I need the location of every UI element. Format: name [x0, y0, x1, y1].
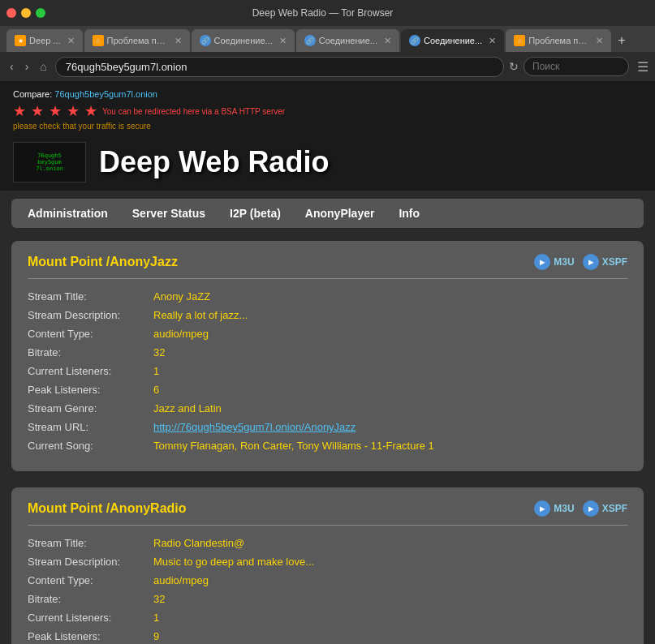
tab-1-close[interactable]: ✕ — [67, 36, 75, 46]
field-current-song-1: Current Song: Tommy Flanagan, Ron Carter… — [28, 440, 627, 452]
field-peak-listeners-1: Peak Listeners: 6 — [28, 384, 627, 396]
mount-links-1: ▶ M3U ▶ XSPF — [534, 254, 627, 270]
xspf-label-1: XSPF — [602, 256, 627, 268]
value-stream-genre-1: Jazz and Latin — [153, 402, 222, 414]
value-peak-listeners-2: 9 — [153, 630, 159, 642]
value-current-listeners-1: 1 — [153, 365, 159, 377]
label-stream-desc-1: Stream Description: — [28, 309, 153, 321]
star-1: ★ — [13, 102, 26, 120]
site-header: Compare: 76qugh5bey5gum7l.onion ★ ★ ★ ★ … — [0, 81, 655, 139]
window-controls — [6, 8, 45, 18]
label-stream-title-1: Stream Title: — [28, 290, 153, 303]
mount-header-2: Mount Point /AnonyRadio ▶ M3U ▶ XSPF — [28, 500, 627, 526]
tab-4-title: Соединение... — [319, 36, 377, 45]
field-stream-title-1: Stream Title: Anony JaZZ — [28, 290, 627, 303]
field-stream-url-1: Stream URL: http://76qugh5bey5gum7l.onio… — [28, 421, 627, 433]
tab-4-close[interactable]: ✕ — [384, 36, 391, 46]
xspf-play-icon-2: ▶ — [583, 500, 599, 517]
tab-3-close[interactable]: ✕ — [279, 36, 287, 46]
value-content-type-1: audio/mpeg — [153, 328, 209, 340]
label-peak-listeners-2: Peak Listeners: — [28, 630, 153, 642]
tab-2[interactable]: ⚠ Проблема пр... ✕ — [84, 29, 190, 52]
menu-button[interactable]: ☰ — [637, 59, 649, 75]
nav-i2p[interactable]: I2P (beta) — [230, 207, 281, 220]
tab-1-favicon: ★ — [15, 35, 26, 46]
nav-bar: Administration Server Status I2P (beta) … — [11, 199, 644, 228]
tab-1-title: Deep ... — [29, 36, 61, 45]
m3u-label-1: M3U — [554, 256, 574, 268]
url-input[interactable] — [55, 57, 504, 77]
address-bar: ‹ › ⌂ ↻ ☰ — [0, 52, 655, 81]
field-current-listeners-2: Current Listeners: 1 — [28, 612, 627, 624]
value-bitrate-1: 32 — [153, 346, 165, 358]
tab-2-close[interactable]: ✕ — [175, 36, 182, 46]
xspf-link-1[interactable]: ▶ XSPF — [583, 254, 627, 270]
tab-4[interactable]: 🔗 Соединение... ✕ — [296, 29, 399, 52]
xspf-link-2[interactable]: ▶ XSPF — [583, 500, 627, 517]
site-logo: 76qugh5bey5gum7l.onion — [13, 142, 86, 182]
stars-warning: ★ ★ ★ ★ ★ You can be redirected here via… — [13, 102, 642, 120]
mount-header-1: Mount Point /AnonyJazz ▶ M3U ▶ XSPF — [28, 254, 627, 279]
tabs-bar: ★ Deep ... ✕ ⚠ Проблема пр... ✕ 🔗 Соедин… — [0, 26, 655, 52]
tab-2-favicon: ⚠ — [93, 35, 104, 46]
content-area: Mount Point /AnonyJazz ▶ M3U ▶ XSPF Stre… — [0, 236, 655, 644]
nav-administration[interactable]: Administration — [28, 207, 108, 220]
page-content: Compare: 76qugh5bey5gum7l.onion ★ ★ ★ ★ … — [0, 81, 655, 644]
field-bitrate-2: Bitrate: 32 — [28, 593, 627, 605]
new-tab-button[interactable]: + — [613, 33, 630, 48]
value-stream-url-1[interactable]: http://76qugh5bey5gum7l.onion/AnonyJazz — [153, 421, 356, 433]
forward-button[interactable]: › — [22, 58, 32, 75]
star-2: ★ — [31, 102, 44, 120]
m3u-play-icon-2: ▶ — [534, 500, 550, 517]
field-bitrate-1: Bitrate: 32 — [28, 346, 627, 358]
value-bitrate-2: 32 — [153, 593, 165, 605]
field-stream-title-2: Stream Title: Radio Clandestin@ — [28, 537, 627, 549]
maximize-button[interactable] — [36, 8, 45, 18]
label-current-listeners-2: Current Listeners: — [28, 612, 153, 624]
tab-3-title: Соединение... — [214, 36, 273, 45]
tab-5-favicon: 🔗 — [409, 35, 420, 46]
site-title: Deep Web Radio — [99, 145, 329, 179]
label-stream-title-2: Stream Title: — [28, 537, 153, 549]
back-button[interactable]: ‹ — [6, 58, 17, 75]
tab-6-favicon: ⚠ — [514, 35, 525, 46]
value-stream-title-1: Anony JaZZ — [153, 290, 210, 303]
tab-5[interactable]: 🔗 Соединение... ✕ — [401, 29, 504, 52]
value-peak-listeners-1: 6 — [153, 384, 159, 396]
search-input[interactable] — [524, 57, 629, 76]
label-content-type-2: Content Type: — [28, 574, 153, 586]
close-button[interactable] — [6, 8, 16, 18]
home-button[interactable]: ⌂ — [37, 58, 50, 75]
compare-url[interactable]: 76qugh5bey5gum7l.onion — [54, 89, 157, 99]
tab-1[interactable]: ★ Deep ... ✕ — [6, 29, 83, 52]
tab-6[interactable]: ⚠ Проблема пр... ✕ — [506, 29, 611, 52]
xspf-label-2: XSPF — [602, 503, 627, 514]
field-stream-desc-1: Stream Description: Really a lot of jazz… — [28, 309, 627, 321]
tab-5-close[interactable]: ✕ — [489, 36, 496, 46]
tab-2-title: Проблема пр... — [107, 36, 168, 45]
logo-inner: 76qugh5bey5gum7l.onion — [34, 151, 65, 174]
label-stream-url-1: Stream URL: — [28, 421, 153, 433]
tab-6-close[interactable]: ✕ — [596, 36, 603, 46]
field-content-type-1: Content Type: audio/mpeg — [28, 328, 627, 340]
value-stream-desc-2: Music to go deep and make love... — [153, 556, 314, 568]
m3u-link-1[interactable]: ▶ M3U — [534, 254, 574, 270]
m3u-label-2: M3U — [554, 503, 574, 514]
field-content-type-2: Content Type: audio/mpeg — [28, 574, 627, 586]
reload-button[interactable]: ↻ — [509, 60, 519, 73]
nav-anonyplayer[interactable]: AnonyPlayer — [305, 207, 375, 220]
minimize-button[interactable] — [21, 8, 31, 18]
tab-3-favicon: 🔗 — [200, 35, 211, 46]
mount-card-2: Mount Point /AnonyRadio ▶ M3U ▶ XSPF Str… — [11, 487, 644, 644]
window-controls-area — [6, 8, 45, 18]
nav-info[interactable]: Info — [399, 207, 420, 220]
warning-text: You can be redirected here via a BSA HTT… — [102, 107, 285, 116]
value-current-listeners-2: 1 — [153, 612, 159, 624]
mount-title-2: Mount Point /AnonyRadio — [28, 501, 187, 516]
field-stream-genre-1: Stream Genre: Jazz and Latin — [28, 402, 627, 414]
tab-3[interactable]: 🔗 Соединение... ✕ — [192, 29, 295, 52]
label-content-type-1: Content Type: — [28, 328, 153, 340]
m3u-link-2[interactable]: ▶ M3U — [534, 500, 574, 517]
nav-server-status[interactable]: Server Status — [132, 207, 205, 220]
m3u-play-icon-1: ▶ — [534, 254, 550, 270]
